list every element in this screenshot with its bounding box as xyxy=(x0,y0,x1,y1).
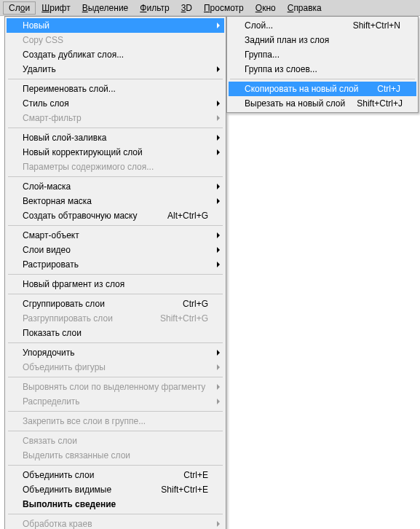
menu-item-label: Смарт-объект xyxy=(23,230,208,240)
menu-item: Выровнять слои по выделенному фрагменту xyxy=(7,380,224,394)
chevron-right-icon xyxy=(217,23,220,28)
chevron-right-icon xyxy=(217,399,220,404)
menu-item[interactable]: Стиль слоя xyxy=(7,96,224,111)
menu-separator xyxy=(8,274,223,275)
main-dropdown: НовыйCopy CSSСоздать дубликат слоя...Уда… xyxy=(4,16,226,529)
menu-item[interactable]: Слой...Shift+Ctrl+N xyxy=(229,18,416,33)
menu-separator xyxy=(8,465,223,466)
menu-item[interactable]: Выполнить сведение xyxy=(7,497,224,512)
menu-item[interactable]: Растрировать xyxy=(7,257,224,272)
menu-item-label: Сгруппировать слои xyxy=(23,299,171,309)
chevron-right-icon xyxy=(217,262,220,267)
menubar-item[interactable]: Слои xyxy=(3,1,36,15)
menu-item[interactable]: Создать обтравочную маскуAlt+Ctrl+G xyxy=(7,208,224,223)
menu-item-label: Связать слои xyxy=(23,436,208,446)
menubar-item[interactable]: Просмотр xyxy=(198,1,250,15)
chevron-right-icon xyxy=(217,135,220,141)
menu-item: Выделить связанные слои xyxy=(7,448,224,463)
chevron-right-icon xyxy=(217,364,220,370)
menu-item[interactable]: Задний план из слоя xyxy=(229,33,416,47)
menubar-item[interactable]: Шрифт xyxy=(36,1,76,15)
chevron-right-icon xyxy=(217,384,220,390)
menu-item[interactable]: Вырезать на новый слойShift+Ctrl+J xyxy=(229,96,416,111)
menu-separator xyxy=(8,294,223,294)
menu-item-label: Объединить видимые xyxy=(23,485,149,495)
menu-separator xyxy=(8,342,223,343)
menu-item[interactable]: Новый xyxy=(7,18,224,33)
menu-item-label: Закрепить все слои в группе... xyxy=(23,416,208,426)
menu-item-label: Стиль слоя xyxy=(23,98,208,109)
chevron-right-icon xyxy=(217,247,220,253)
menu-item-shortcut: Shift+Ctrl+N xyxy=(353,20,400,31)
menu-item-label: Показать слои xyxy=(23,328,208,338)
menu-item-label: Группа из слоев... xyxy=(245,64,400,74)
menu-item-label: Новый слой-заливка xyxy=(23,133,208,143)
menu-item[interactable]: Удалить xyxy=(7,62,224,77)
menu-item[interactable]: Упорядочить xyxy=(7,345,224,360)
menu-item-label: Объединить фигуры xyxy=(23,362,208,372)
chevron-right-icon xyxy=(217,66,220,72)
menu-item-shortcut: Alt+Ctrl+G xyxy=(167,211,208,221)
chevron-right-icon xyxy=(217,184,220,189)
menu-item[interactable]: Смарт-объект xyxy=(7,228,224,243)
menu-item-label: Новый фрагмент из слоя xyxy=(23,279,208,289)
menu-item-label: Упорядочить xyxy=(23,348,208,358)
menu-item-label: Вырезать на новый слой xyxy=(245,98,345,109)
menubar-item[interactable]: Выделение xyxy=(76,1,135,15)
menubar: СлоиШрифтВыделениеФильтр3DПросмотрОкноСп… xyxy=(0,0,420,16)
menu-item-label: Распределить xyxy=(23,396,208,407)
menu-item[interactable]: Слой-маска xyxy=(7,179,224,194)
menu-item-label: Слой... xyxy=(245,20,341,31)
menu-item[interactable]: Скопировать на новый слойCtrl+J xyxy=(229,82,416,96)
menu-item-label: Новый xyxy=(23,20,208,31)
menu-item[interactable]: Новый фрагмент из слоя xyxy=(7,277,224,291)
menu-item: Copy CSS xyxy=(7,33,224,47)
menu-item-shortcut: Shift+Ctrl+J xyxy=(357,98,403,109)
sub-dropdown: Слой...Shift+Ctrl+NЗадний план из слояГр… xyxy=(226,16,419,113)
menu-item-shortcut: Shift+Ctrl+G xyxy=(160,313,208,324)
menu-item[interactable]: Показать слои xyxy=(7,326,224,340)
chevron-right-icon xyxy=(217,198,220,204)
menu-item-label: Параметры содержимого слоя... xyxy=(23,162,208,172)
menu-item[interactable]: Сгруппировать слоиCtrl+G xyxy=(7,297,224,311)
menu-item-label: Выделить связанные слои xyxy=(23,450,208,461)
menu-item-shortcut: Ctrl+E xyxy=(183,470,208,480)
menu-separator xyxy=(8,128,223,128)
menu-separator xyxy=(8,431,223,431)
menu-item-label: Удалить xyxy=(23,64,208,74)
menu-separator xyxy=(8,377,223,377)
chevron-right-icon xyxy=(217,149,220,155)
menu-item[interactable]: Слои видео xyxy=(7,243,224,257)
chevron-right-icon xyxy=(217,115,220,121)
menu-separator xyxy=(230,79,415,79)
menu-item: Разгруппировать слоиShift+Ctrl+G xyxy=(7,311,224,326)
menu-item[interactable]: Группа из слоев... xyxy=(229,62,416,77)
menu-item-label: Выполнить сведение xyxy=(23,499,208,509)
menu-separator xyxy=(8,79,223,79)
menu-item: Связать слои xyxy=(7,434,224,448)
menu-item-label: Разгруппировать слои xyxy=(23,313,148,324)
menu-item-shortcut: Shift+Ctrl+E xyxy=(161,485,208,495)
menu-item-label: Переименовать слой... xyxy=(23,84,208,94)
menubar-item[interactable]: Фильтр xyxy=(134,1,175,15)
menubar-item[interactable]: 3D xyxy=(175,1,198,15)
menu-item[interactable]: Новый слой-заливка xyxy=(7,130,224,145)
menu-item-label: Copy CSS xyxy=(23,35,208,45)
menu-item[interactable]: Создать дубликат слоя... xyxy=(7,47,224,62)
menu-item[interactable]: Объединить слоиCtrl+E xyxy=(7,468,224,482)
menu-item-label: Векторная маска xyxy=(23,196,208,206)
menu-separator xyxy=(8,411,223,412)
chevron-right-icon xyxy=(217,232,220,238)
menubar-item[interactable]: Справка xyxy=(282,1,328,15)
menubar-item[interactable]: Окно xyxy=(250,1,282,15)
menu-item-shortcut: Ctrl+G xyxy=(183,299,208,309)
menu-item-label: Смарт-фильтр xyxy=(23,113,208,123)
menu-item-label: Новый корректирующий слой xyxy=(23,147,208,157)
menu-item: Смарт-фильтр xyxy=(7,111,224,125)
menu-item[interactable]: Группа... xyxy=(229,47,416,62)
menu-item[interactable]: Векторная маска xyxy=(7,194,224,208)
menu-item[interactable]: Переименовать слой... xyxy=(7,82,224,96)
menu-separator xyxy=(8,176,223,177)
menu-item[interactable]: Новый корректирующий слой xyxy=(7,145,224,160)
menu-item[interactable]: Объединить видимыеShift+Ctrl+E xyxy=(7,482,224,497)
